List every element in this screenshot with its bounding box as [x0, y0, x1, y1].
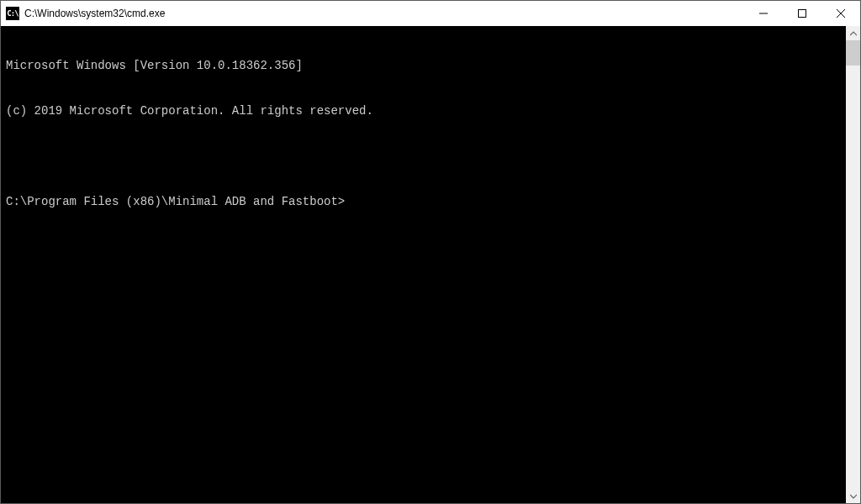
- maximize-button[interactable]: [783, 1, 821, 26]
- chevron-down-icon: [850, 493, 857, 500]
- maximize-icon: [798, 9, 806, 18]
- prompt-text: C:\Program Files (x86)\Minimal ADB and F…: [6, 194, 345, 209]
- scroll-down-button[interactable]: [846, 489, 860, 503]
- scroll-thumb[interactable]: [846, 40, 860, 66]
- vertical-scrollbar[interactable]: [846, 26, 860, 503]
- window-title: C:\Windows\system32\cmd.exe: [24, 8, 165, 19]
- minimize-icon: [759, 9, 768, 18]
- cmd-window: C:\ C:\Windows\system32\cmd.exe: [0, 0, 861, 504]
- titlebar[interactable]: C:\ C:\Windows\system32\cmd.exe: [1, 1, 860, 26]
- terminal-blank: [6, 149, 841, 164]
- scroll-track[interactable]: [846, 40, 860, 489]
- terminal-line: Microsoft Windows [Version 10.0.18362.35…: [6, 58, 841, 73]
- client-area: Microsoft Windows [Version 10.0.18362.35…: [1, 26, 860, 503]
- terminal-line: (c) 2019 Microsoft Corporation. All righ…: [6, 103, 841, 118]
- window-controls: [744, 1, 860, 26]
- prompt-line: C:\Program Files (x86)\Minimal ADB and F…: [6, 194, 841, 209]
- title-left: C:\ C:\Windows\system32\cmd.exe: [1, 7, 165, 20]
- scroll-up-button[interactable]: [846, 26, 860, 40]
- close-button[interactable]: [821, 1, 860, 26]
- minimize-button[interactable]: [744, 1, 783, 26]
- chevron-up-icon: [850, 30, 857, 37]
- cmd-icon: C:\: [6, 7, 19, 20]
- terminal-output[interactable]: Microsoft Windows [Version 10.0.18362.35…: [1, 26, 846, 503]
- svg-rect-1: [799, 10, 806, 18]
- close-icon: [837, 9, 845, 18]
